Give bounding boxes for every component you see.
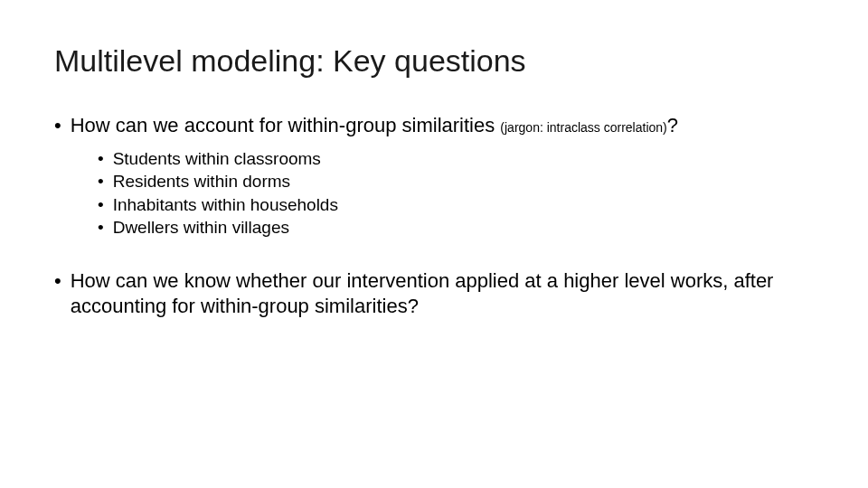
bullet-text: How can we account for within-group simi… [71, 113, 678, 138]
bullet-dot-icon: • [98, 193, 104, 217]
bullet-level2: • Dwellers within villages [98, 216, 814, 239]
bullet-text: Residents within dorms [113, 170, 290, 193]
bullet-text: How can we know whether our intervention… [71, 268, 814, 318]
bullet-text: Dwellers within villages [113, 216, 289, 239]
bullet-text: Inhabitants within households [113, 193, 338, 217]
bullet-level2: • Residents within dorms [98, 170, 814, 193]
bullet-level2: • Inhabitants within households [98, 193, 814, 217]
slide-title: Multilevel modeling: Key questions [54, 43, 814, 79]
bullet-level2: • Students within classrooms [98, 147, 814, 171]
bullet-text-post: ? [667, 114, 678, 136]
jargon-text: (jargon: intraclass correlation) [500, 120, 666, 135]
bullet-level1: • How can we account for within-group si… [54, 113, 814, 138]
bullet-dot-icon: • [54, 268, 61, 294]
bullet-dot-icon: • [98, 216, 104, 239]
bullet-text-pre: How can we account for within-group simi… [71, 114, 501, 136]
bullet-dot-icon: • [98, 170, 104, 193]
bullet-dot-icon: • [98, 147, 104, 171]
bullet-dot-icon: • [54, 113, 61, 138]
bullet-text: Students within classrooms [113, 147, 321, 171]
bullet-level1: • How can we know whether our interventi… [54, 268, 814, 318]
sub-bullet-block: • Students within classrooms • Residents… [54, 147, 814, 240]
